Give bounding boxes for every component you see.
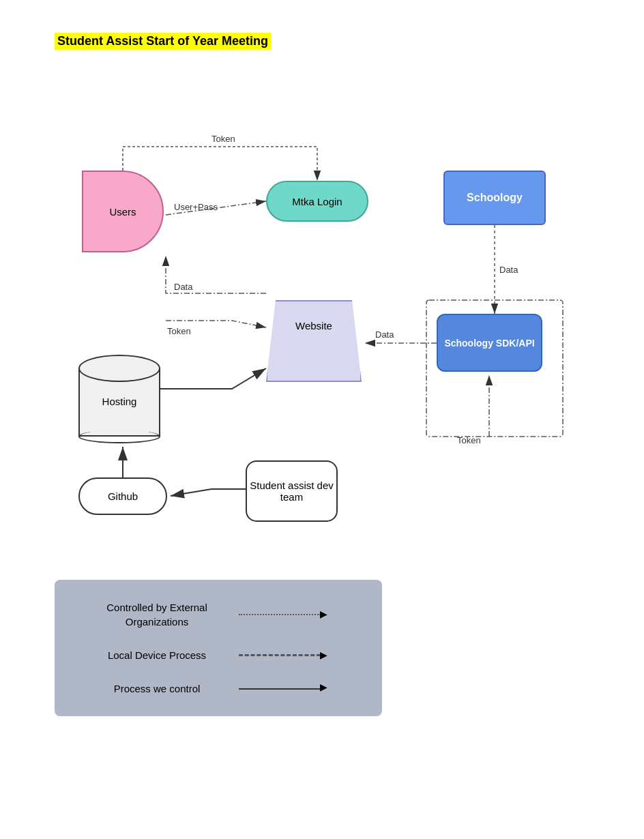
node-sdk: Schoology SDK/API (437, 314, 542, 372)
website-label: Website (295, 319, 332, 331)
legend-box: Controlled by External Organizations Loc… (55, 580, 382, 716)
legend-item-3: Process we control (82, 681, 355, 696)
legend-item-1: Controlled by External Organizations (82, 600, 355, 629)
github-label: Github (108, 490, 138, 502)
node-student: Student assist dev team (246, 460, 338, 522)
dash-dot-line-icon (239, 654, 321, 656)
hosting-label: Hosting (78, 396, 160, 407)
sdk-label: Schoology SDK/API (444, 338, 534, 349)
cylinder-bottom-ellipse (78, 430, 160, 443)
legend-label-3: Process we control (82, 681, 232, 696)
page-title: Student Assist Start of Year Meeting (55, 33, 271, 50)
node-users: Users (82, 171, 164, 252)
svg-text:Data: Data (375, 329, 394, 340)
legend-label-2: Local Device Process (82, 648, 232, 662)
dotted-line-icon (239, 614, 321, 615)
cylinder-top (78, 355, 160, 382)
student-label: Student assist dev team (247, 480, 336, 503)
svg-text:Data: Data (174, 282, 193, 292)
legend-item-2: Local Device Process (82, 648, 355, 662)
mtka-label: Mtka Login (292, 196, 342, 207)
diagram: Token User+Pass Data Token Data Data Tok… (41, 82, 600, 559)
svg-text:Token: Token (457, 435, 481, 445)
node-mtka: Mtka Login (266, 181, 368, 222)
users-label: Users (109, 206, 136, 218)
legend-arrow-1 (232, 614, 355, 615)
legend-arrow-2 (232, 654, 355, 656)
solid-line-icon (239, 688, 321, 690)
svg-text:Token: Token (211, 134, 235, 144)
svg-text:Token: Token (167, 326, 191, 336)
schoology-label: Schoology (467, 192, 523, 204)
legend-label-1: Controlled by External Organizations (82, 600, 232, 629)
svg-text:Data: Data (499, 265, 518, 275)
legend-arrow-3 (232, 688, 355, 690)
svg-text:User+Pass: User+Pass (174, 202, 218, 212)
node-github: Github (78, 477, 167, 515)
node-schoology: Schoology (443, 171, 546, 225)
node-website: Website (266, 300, 362, 382)
